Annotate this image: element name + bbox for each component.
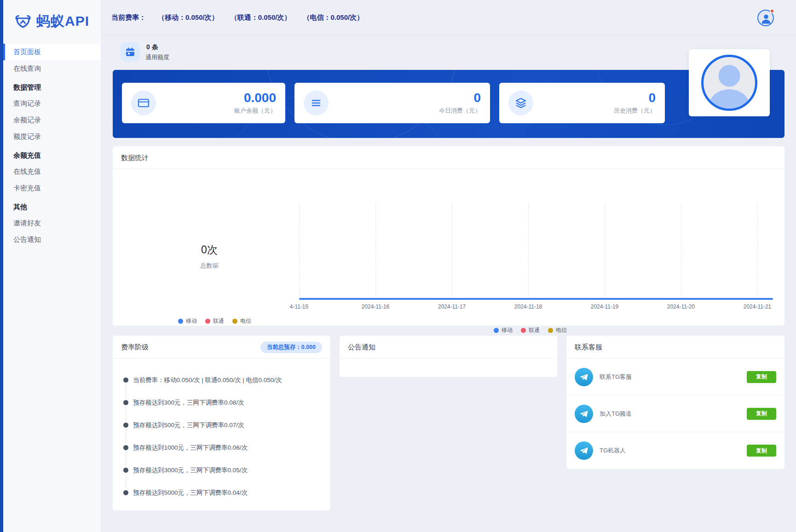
support-label-tg-bot: TG机器人 [600,446,747,455]
sidebar-item-query-records[interactable]: 查询记录 [3,95,101,112]
data-statistics-panel: 数据统计 0次 总数据 4-11-15 2024-11-16 2024-11-1… [113,146,784,326]
profile-avatar-card [689,49,770,116]
user-avatar-button[interactable] [757,10,774,26]
legend-item-mobile[interactable]: 移动 [494,326,513,334]
notice-panel: 公告通知 [340,336,557,377]
sidebar-item-quota-records[interactable]: 额度记录 [3,128,101,145]
sidebar-item-notice[interactable]: 公告通知 [3,231,101,248]
sidebar-item-online-query[interactable]: 在线查询 [3,60,101,77]
sidebar-section-other: 其他 [3,196,101,215]
chart-legend-right: 移动 联通 电信 [494,326,567,334]
person-icon [760,12,773,25]
stat-card-balance: 0.000 账户余额（元） [122,83,285,123]
tier-text: 预存额达到500元，三网下调费率0.07/次 [133,421,244,429]
today-consume-label: 今日消费（元） [439,107,481,115]
rate-mobile: （移动：0.050/次） [158,13,219,22]
brand-name: 蚂蚁API [36,12,89,31]
quota-count: 0 条 [146,43,169,51]
tier-item: 预存额达到1000元，三网下调费率0.06/次 [113,436,330,459]
stats-banner: 0.000 账户余额（元） 0 今日消费（元） 0 历史消费（元） [113,70,784,138]
quota-label: 通用额度 [145,53,169,62]
timeline-dot [123,378,128,383]
x-tick-label: 2024-11-18 [501,303,556,310]
stat-card-history: 0 历史消费（元） [499,83,665,123]
tier-text: 当前费率：移动0.050/次 | 联通0.050/次 | 电信0.050/次 [133,376,282,384]
telegram-icon [575,441,593,460]
chart-legend-left: 移动 联通 电信 [178,317,251,325]
rate-telecom: （电信：0.050/次） [303,13,363,22]
timeline-dot [123,468,128,473]
legend-dot-telecom [548,328,553,333]
topbar: 当前费率： （移动：0.050/次） （联通：0.050/次） （电信：0.05… [101,0,796,35]
sidebar-item-balance-records[interactable]: 余额记录 [3,112,101,128]
x-tick-label: 2024-11-19 [577,303,632,310]
x-tick-label: 2024-11-20 [653,303,709,310]
stat-card-today: 0 今日消费（元） [294,83,490,123]
sidebar-section-data: 数据管理 [3,77,101,95]
timeline-dot [123,400,128,405]
legend-dot-unicom [521,328,526,333]
legend-item-telecom[interactable]: 电信 [548,326,567,334]
chart-gridline [681,202,681,299]
telegram-icon [575,368,593,386]
legend-label: 电信 [240,317,251,325]
support-title: 联系客服 [566,336,784,359]
tier-item: 预存额达到5000元，三网下调费率0.04/次 [113,481,330,504]
timeline-dot [123,423,128,428]
tier-item: 当前费率：移动0.050/次 | 联通0.050/次 | 电信0.050/次 [113,369,330,391]
sidebar-item-online-recharge[interactable]: 在线充值 [3,163,101,180]
today-consume-value: 0 [439,91,481,105]
x-tick-label: 2024-11-16 [348,303,403,310]
support-row-tg-bot: TG机器人 复制 [566,432,784,469]
person-silhouette-icon [704,61,754,109]
legend-item-unicom[interactable]: 联通 [205,317,224,325]
avatar [701,55,757,111]
sidebar-item-card-recharge[interactable]: 卡密充值 [3,180,101,196]
legend-dot-telecom [232,319,237,324]
balance-label: 账户余额（元） [234,107,276,115]
sidebar-item-invite[interactable]: 邀请好友 [3,215,101,231]
tier-text: 预存额达到5000元，三网下调费率0.04/次 [133,489,248,497]
legend-item-mobile[interactable]: 移动 [178,317,197,325]
chart-panel-title: 数据统计 [113,146,784,169]
x-tick-label: 4-11-15 [271,303,327,310]
chart-total-label: 总数据 [173,262,246,270]
timeline-dot [123,445,128,450]
current-rates: 当前费率： （移动：0.050/次） （联通：0.050/次） （电信：0.05… [111,0,363,35]
tier-text: 预存额达到1000元，三网下调费率0.06/次 [133,444,248,452]
ant-logo-icon [13,12,33,31]
chart-gridline [528,202,529,299]
sidebar: 蚂蚁API 首页面板 在线查询 数据管理 查询记录 余额记录 额度记录 余额充值… [3,0,101,532]
legend-label: 联通 [529,326,540,334]
notice-title: 公告通知 [340,336,557,359]
legend-item-telecom[interactable]: 电信 [232,317,251,325]
chart-gridline [299,202,300,299]
brand-logo[interactable]: 蚂蚁API [3,0,101,42]
copy-button-tg-channel[interactable]: 复制 [747,408,776,420]
sidebar-item-home[interactable]: 首页面板 [3,44,101,60]
notification-dot [770,9,774,13]
copy-button-tg-service[interactable]: 复制 [747,371,776,383]
rates-label: 当前费率： [111,13,146,22]
legend-item-unicom[interactable]: 联通 [521,326,540,334]
tier-item: 预存额达到500元，三网下调费率0.07/次 [113,414,330,436]
calendar-icon [121,42,140,62]
balance-value: 0.000 [234,91,276,105]
support-label-tg-service: 联系TG客服 [600,373,747,381]
chart-total-value: 0次 [173,243,246,257]
credit-card-icon [131,91,156,115]
copy-button-tg-bot[interactable]: 复制 [747,445,776,457]
tier-text: 预存额达到300元，三网下调费率0.08/次 [133,399,244,407]
chart-gridline [757,202,758,299]
support-row-tg-service: 联系TG客服 复制 [566,359,784,395]
legend-label: 移动 [502,326,513,334]
chart-gridline [605,202,605,299]
rate-tiers-panel: 费率阶级 当前总预存：0.000 当前费率：移动0.050/次 | 联通0.05… [113,336,330,510]
legend-label: 移动 [186,317,197,325]
layers-icon [508,91,533,115]
x-tick-label: 2024-11-17 [424,303,479,310]
general-quota-widget: 0 条 通用额度 [121,42,169,62]
left-accent-strip [0,0,3,532]
chart-area[interactable]: 0次 总数据 4-11-15 2024-11-16 2024-11-17 202… [113,169,784,326]
legend-label: 联通 [213,317,224,325]
